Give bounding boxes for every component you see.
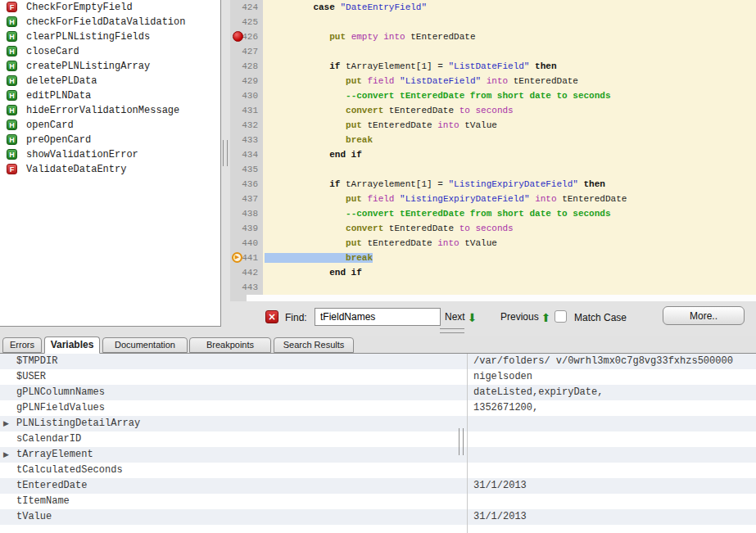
- code-text[interactable]: convert tEnteredDate to seconds: [263, 221, 756, 236]
- code-text[interactable]: if tArrayElement[1] = "ListDateField" th…: [263, 59, 756, 74]
- code-line[interactable]: 436 if tArrayelement[1] = "ListingExpiry…: [230, 177, 756, 192]
- code-line[interactable]: 438 --convert tEnteredDate from short da…: [230, 206, 756, 221]
- more-button[interactable]: More..: [663, 306, 745, 325]
- code-line[interactable]: 426 put empty into tEnteredDate: [230, 29, 756, 44]
- disclosure-triangle-icon[interactable]: ▶: [3, 416, 9, 431]
- code-text[interactable]: end if: [263, 265, 756, 280]
- line-number-gutter[interactable]: 430: [230, 88, 263, 103]
- tab-breakpoints[interactable]: Breakpoints: [189, 337, 271, 353]
- line-number-gutter[interactable]: 427: [230, 44, 263, 59]
- breakpoint-icon[interactable]: [233, 31, 243, 42]
- tab-search-results[interactable]: Search Results: [274, 337, 354, 353]
- tab-variables[interactable]: Variables: [44, 337, 100, 354]
- line-number-gutter[interactable]: 441▶: [230, 251, 263, 265]
- line-number-gutter[interactable]: 432: [230, 118, 263, 133]
- code-line[interactable]: 431 convert tEnteredDate to seconds: [230, 103, 756, 118]
- line-number-gutter[interactable]: 429: [230, 74, 263, 88]
- column-divider[interactable]: [467, 354, 468, 533]
- line-number-gutter[interactable]: 436: [230, 177, 263, 192]
- line-number-gutter[interactable]: 437: [230, 192, 263, 206]
- line-number-gutter[interactable]: 440: [230, 236, 263, 251]
- code-text[interactable]: put tEnteredDate into tValue: [263, 236, 756, 251]
- tab-documentation[interactable]: Documentation: [102, 337, 188, 353]
- handler-list-item[interactable]: FCheckForEmptyField: [0, 0, 220, 15]
- find-next-button[interactable]: Next⬇: [445, 311, 477, 324]
- code-text[interactable]: put field "ListDateField" into tEnteredD…: [263, 74, 756, 88]
- line-number-gutter[interactable]: 426: [230, 29, 263, 44]
- code-line[interactable]: 424 case "DateEntryField": [230, 0, 756, 15]
- line-number-gutter[interactable]: 425: [230, 15, 263, 29]
- variable-row[interactable]: $USERnigelsoden: [0, 369, 756, 385]
- disclosure-triangle-icon[interactable]: ▶: [3, 447, 9, 463]
- handler-list-item[interactable]: HshowValidationError: [0, 147, 220, 162]
- code-line[interactable]: 443: [230, 280, 756, 295]
- variable-row[interactable]: tEnteredDate31/1/2013: [0, 478, 756, 494]
- code-text[interactable]: convert tEnteredDate to seconds: [263, 103, 756, 118]
- code-text[interactable]: [263, 162, 756, 177]
- variable-row[interactable]: tCalculatedSeconds: [0, 463, 756, 478]
- variable-row[interactable]: gPLNFieldValues1352671200,: [0, 400, 756, 416]
- variable-row[interactable]: sCalendarID: [0, 431, 756, 447]
- table-splitter-grip[interactable]: [459, 428, 464, 455]
- line-number-gutter[interactable]: 434: [230, 147, 263, 162]
- code-text[interactable]: put tEnteredDate into tValue: [263, 118, 756, 133]
- code-text[interactable]: break: [263, 133, 756, 147]
- code-line[interactable]: 428 if tArrayElement[1] = "ListDateField…: [230, 59, 756, 74]
- line-number-gutter[interactable]: 439: [230, 221, 263, 236]
- code-text[interactable]: put empty into tEnteredDate: [263, 29, 756, 44]
- find-previous-button[interactable]: Previous⬆: [500, 311, 550, 324]
- handler-list-item[interactable]: HpreOpenCard: [0, 133, 220, 147]
- find-bar-splitter-grip[interactable]: [440, 328, 464, 333]
- match-case-checkbox[interactable]: [555, 310, 567, 323]
- code-line[interactable]: 441▶ break: [230, 251, 756, 265]
- code-line[interactable]: 433 break: [230, 133, 756, 147]
- line-number-gutter[interactable]: 424: [230, 0, 263, 15]
- code-line[interactable]: 442 end if: [230, 265, 756, 280]
- tab-errors[interactable]: Errors: [2, 337, 42, 353]
- code-line[interactable]: 427: [230, 44, 756, 59]
- line-number-gutter[interactable]: 438: [230, 206, 263, 221]
- handler-list-item[interactable]: HclearPLNListingFields: [0, 29, 220, 44]
- code-text[interactable]: [263, 44, 756, 59]
- handler-list-item[interactable]: HdeletePLData: [0, 74, 220, 88]
- handler-list-item[interactable]: HcreatePLNListingArray: [0, 59, 220, 74]
- handler-list-item[interactable]: HeditPLNData: [0, 88, 220, 103]
- code-line[interactable]: 435: [230, 162, 756, 177]
- variable-row[interactable]: ▶PLNListingDetailArray: [0, 416, 756, 431]
- code-text[interactable]: if tArrayelement[1] = "ListingExpiryDate…: [263, 177, 756, 192]
- variable-row[interactable]: tItemName: [0, 494, 756, 509]
- line-number-gutter[interactable]: 433: [230, 133, 263, 147]
- code-text[interactable]: [263, 280, 756, 295]
- panel-splitter-grip[interactable]: [223, 140, 228, 166]
- variable-row[interactable]: $TMPDIR/var/folders/ v/0wrhl3mx0c7g8vg33…: [0, 354, 756, 369]
- handler-list-item[interactable]: HcheckForFieldDataValidation: [0, 15, 220, 29]
- line-number-gutter[interactable]: 428: [230, 59, 263, 74]
- variable-row[interactable]: ▶tArrayElement: [0, 447, 756, 463]
- close-icon[interactable]: ×: [265, 310, 278, 323]
- line-number-gutter[interactable]: 442: [230, 265, 263, 280]
- code-line[interactable]: 440 put tEnteredDate into tValue: [230, 236, 756, 251]
- code-line[interactable]: 432 put tEnteredDate into tValue: [230, 118, 756, 133]
- code-text[interactable]: end if: [263, 147, 756, 162]
- find-input[interactable]: [315, 308, 441, 326]
- code-text[interactable]: [263, 15, 756, 29]
- line-number-gutter[interactable]: 435: [230, 162, 263, 177]
- code-line[interactable]: 425: [230, 15, 756, 29]
- line-number-gutter[interactable]: 443: [230, 280, 263, 295]
- line-number-gutter[interactable]: 431: [230, 103, 263, 118]
- handler-list-item[interactable]: HcloseCard: [0, 44, 220, 59]
- code-editor[interactable]: 424 case "DateEntryField"425426 put empt…: [230, 0, 756, 295]
- code-line[interactable]: 437 put field "ListingExpiryDateField" i…: [230, 192, 756, 206]
- code-text[interactable]: put field "ListingExpiryDateField" into …: [263, 192, 756, 206]
- code-text[interactable]: --convert tEnteredDate from short date t…: [263, 206, 756, 221]
- handler-list-item[interactable]: FValidateDataEntry: [0, 162, 220, 177]
- code-line[interactable]: 430 --convert tEnteredDate from short da…: [230, 88, 756, 103]
- code-line[interactable]: 434 end if: [230, 147, 756, 162]
- variable-row[interactable]: gPLNColumnNamesdateListed,expiryDate,: [0, 385, 756, 400]
- code-line[interactable]: 429 put field "ListDateField" into tEnte…: [230, 74, 756, 88]
- code-text[interactable]: case "DateEntryField": [263, 0, 756, 15]
- variable-row[interactable]: tValue31/1/2013: [0, 509, 756, 525]
- code-text[interactable]: break: [263, 251, 756, 265]
- code-text[interactable]: --convert tEnteredDate from short date t…: [263, 88, 756, 103]
- code-line[interactable]: 439 convert tEnteredDate to seconds: [230, 221, 756, 236]
